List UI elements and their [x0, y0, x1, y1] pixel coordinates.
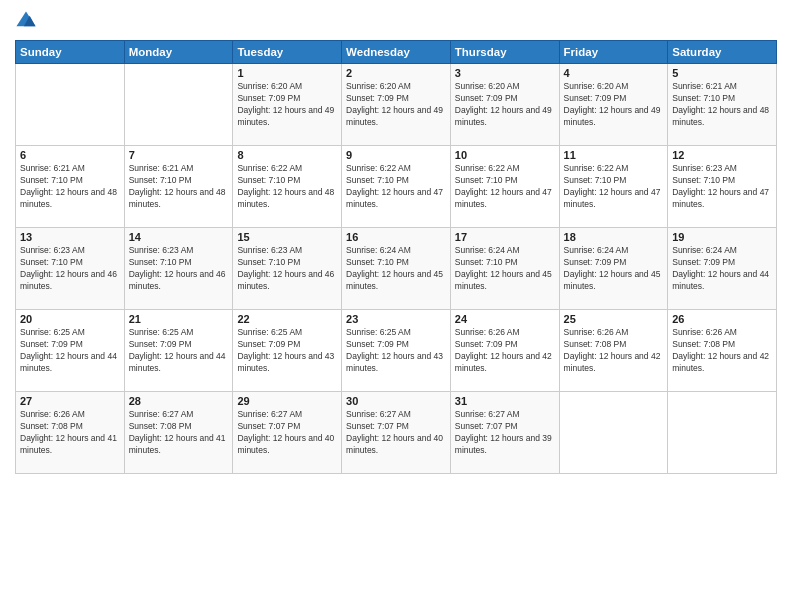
day-info: Sunrise: 6:22 AM Sunset: 7:10 PM Dayligh… [564, 163, 664, 211]
day-info: Sunrise: 6:21 AM Sunset: 7:10 PM Dayligh… [129, 163, 229, 211]
day-number: 26 [672, 313, 772, 325]
day-info: Sunrise: 6:23 AM Sunset: 7:10 PM Dayligh… [672, 163, 772, 211]
calendar-cell: 31Sunrise: 6:27 AM Sunset: 7:07 PM Dayli… [450, 392, 559, 474]
header [15, 10, 777, 32]
day-number: 10 [455, 149, 555, 161]
calendar-cell [668, 392, 777, 474]
day-info: Sunrise: 6:26 AM Sunset: 7:09 PM Dayligh… [455, 327, 555, 375]
calendar-table: Sunday Monday Tuesday Wednesday Thursday… [15, 40, 777, 474]
day-info: Sunrise: 6:21 AM Sunset: 7:10 PM Dayligh… [672, 81, 772, 129]
col-tuesday: Tuesday [233, 41, 342, 64]
day-info: Sunrise: 6:22 AM Sunset: 7:10 PM Dayligh… [455, 163, 555, 211]
day-number: 13 [20, 231, 120, 243]
calendar-cell: 3Sunrise: 6:20 AM Sunset: 7:09 PM Daylig… [450, 64, 559, 146]
week-row-5: 27Sunrise: 6:26 AM Sunset: 7:08 PM Dayli… [16, 392, 777, 474]
logo-icon [15, 10, 37, 32]
day-info: Sunrise: 6:25 AM Sunset: 7:09 PM Dayligh… [237, 327, 337, 375]
calendar-cell: 5Sunrise: 6:21 AM Sunset: 7:10 PM Daylig… [668, 64, 777, 146]
day-info: Sunrise: 6:23 AM Sunset: 7:10 PM Dayligh… [237, 245, 337, 293]
day-number: 8 [237, 149, 337, 161]
calendar-cell: 16Sunrise: 6:24 AM Sunset: 7:10 PM Dayli… [342, 228, 451, 310]
day-number: 20 [20, 313, 120, 325]
week-row-4: 20Sunrise: 6:25 AM Sunset: 7:09 PM Dayli… [16, 310, 777, 392]
calendar-cell: 30Sunrise: 6:27 AM Sunset: 7:07 PM Dayli… [342, 392, 451, 474]
calendar-cell: 8Sunrise: 6:22 AM Sunset: 7:10 PM Daylig… [233, 146, 342, 228]
day-number: 7 [129, 149, 229, 161]
calendar-cell: 26Sunrise: 6:26 AM Sunset: 7:08 PM Dayli… [668, 310, 777, 392]
day-info: Sunrise: 6:26 AM Sunset: 7:08 PM Dayligh… [672, 327, 772, 375]
day-number: 11 [564, 149, 664, 161]
col-friday: Friday [559, 41, 668, 64]
day-number: 21 [129, 313, 229, 325]
day-info: Sunrise: 6:27 AM Sunset: 7:07 PM Dayligh… [455, 409, 555, 457]
day-number: 14 [129, 231, 229, 243]
calendar-cell: 2Sunrise: 6:20 AM Sunset: 7:09 PM Daylig… [342, 64, 451, 146]
day-number: 22 [237, 313, 337, 325]
col-wednesday: Wednesday [342, 41, 451, 64]
day-info: Sunrise: 6:25 AM Sunset: 7:09 PM Dayligh… [346, 327, 446, 375]
day-info: Sunrise: 6:22 AM Sunset: 7:10 PM Dayligh… [346, 163, 446, 211]
calendar-cell: 22Sunrise: 6:25 AM Sunset: 7:09 PM Dayli… [233, 310, 342, 392]
calendar-cell: 21Sunrise: 6:25 AM Sunset: 7:09 PM Dayli… [124, 310, 233, 392]
calendar-cell: 6Sunrise: 6:21 AM Sunset: 7:10 PM Daylig… [16, 146, 125, 228]
week-row-1: 1Sunrise: 6:20 AM Sunset: 7:09 PM Daylig… [16, 64, 777, 146]
header-row: Sunday Monday Tuesday Wednesday Thursday… [16, 41, 777, 64]
col-monday: Monday [124, 41, 233, 64]
col-saturday: Saturday [668, 41, 777, 64]
day-info: Sunrise: 6:23 AM Sunset: 7:10 PM Dayligh… [129, 245, 229, 293]
day-number: 12 [672, 149, 772, 161]
day-number: 28 [129, 395, 229, 407]
day-number: 19 [672, 231, 772, 243]
day-number: 5 [672, 67, 772, 79]
calendar-cell: 29Sunrise: 6:27 AM Sunset: 7:07 PM Dayli… [233, 392, 342, 474]
day-info: Sunrise: 6:25 AM Sunset: 7:09 PM Dayligh… [129, 327, 229, 375]
col-thursday: Thursday [450, 41, 559, 64]
day-info: Sunrise: 6:27 AM Sunset: 7:07 PM Dayligh… [237, 409, 337, 457]
day-info: Sunrise: 6:26 AM Sunset: 7:08 PM Dayligh… [20, 409, 120, 457]
day-info: Sunrise: 6:27 AM Sunset: 7:08 PM Dayligh… [129, 409, 229, 457]
calendar-cell: 14Sunrise: 6:23 AM Sunset: 7:10 PM Dayli… [124, 228, 233, 310]
calendar-cell [124, 64, 233, 146]
calendar-header: Sunday Monday Tuesday Wednesday Thursday… [16, 41, 777, 64]
calendar-cell: 12Sunrise: 6:23 AM Sunset: 7:10 PM Dayli… [668, 146, 777, 228]
day-info: Sunrise: 6:24 AM Sunset: 7:09 PM Dayligh… [672, 245, 772, 293]
day-number: 6 [20, 149, 120, 161]
day-info: Sunrise: 6:20 AM Sunset: 7:09 PM Dayligh… [564, 81, 664, 129]
week-row-3: 13Sunrise: 6:23 AM Sunset: 7:10 PM Dayli… [16, 228, 777, 310]
day-info: Sunrise: 6:21 AM Sunset: 7:10 PM Dayligh… [20, 163, 120, 211]
day-number: 24 [455, 313, 555, 325]
day-number: 16 [346, 231, 446, 243]
calendar-cell: 23Sunrise: 6:25 AM Sunset: 7:09 PM Dayli… [342, 310, 451, 392]
calendar-cell: 1Sunrise: 6:20 AM Sunset: 7:09 PM Daylig… [233, 64, 342, 146]
day-number: 1 [237, 67, 337, 79]
calendar-cell [559, 392, 668, 474]
calendar-cell: 13Sunrise: 6:23 AM Sunset: 7:10 PM Dayli… [16, 228, 125, 310]
calendar-body: 1Sunrise: 6:20 AM Sunset: 7:09 PM Daylig… [16, 64, 777, 474]
day-number: 15 [237, 231, 337, 243]
day-info: Sunrise: 6:24 AM Sunset: 7:10 PM Dayligh… [346, 245, 446, 293]
calendar-cell: 25Sunrise: 6:26 AM Sunset: 7:08 PM Dayli… [559, 310, 668, 392]
calendar-cell: 20Sunrise: 6:25 AM Sunset: 7:09 PM Dayli… [16, 310, 125, 392]
day-number: 30 [346, 395, 446, 407]
calendar-cell: 15Sunrise: 6:23 AM Sunset: 7:10 PM Dayli… [233, 228, 342, 310]
day-number: 2 [346, 67, 446, 79]
calendar-cell: 27Sunrise: 6:26 AM Sunset: 7:08 PM Dayli… [16, 392, 125, 474]
day-info: Sunrise: 6:23 AM Sunset: 7:10 PM Dayligh… [20, 245, 120, 293]
calendar-cell: 28Sunrise: 6:27 AM Sunset: 7:08 PM Dayli… [124, 392, 233, 474]
day-info: Sunrise: 6:27 AM Sunset: 7:07 PM Dayligh… [346, 409, 446, 457]
col-sunday: Sunday [16, 41, 125, 64]
day-number: 23 [346, 313, 446, 325]
day-number: 3 [455, 67, 555, 79]
calendar-cell: 11Sunrise: 6:22 AM Sunset: 7:10 PM Dayli… [559, 146, 668, 228]
calendar-cell: 4Sunrise: 6:20 AM Sunset: 7:09 PM Daylig… [559, 64, 668, 146]
day-number: 27 [20, 395, 120, 407]
day-info: Sunrise: 6:20 AM Sunset: 7:09 PM Dayligh… [346, 81, 446, 129]
day-info: Sunrise: 6:26 AM Sunset: 7:08 PM Dayligh… [564, 327, 664, 375]
calendar-cell: 9Sunrise: 6:22 AM Sunset: 7:10 PM Daylig… [342, 146, 451, 228]
week-row-2: 6Sunrise: 6:21 AM Sunset: 7:10 PM Daylig… [16, 146, 777, 228]
day-number: 17 [455, 231, 555, 243]
calendar-cell: 19Sunrise: 6:24 AM Sunset: 7:09 PM Dayli… [668, 228, 777, 310]
day-info: Sunrise: 6:22 AM Sunset: 7:10 PM Dayligh… [237, 163, 337, 211]
day-info: Sunrise: 6:24 AM Sunset: 7:09 PM Dayligh… [564, 245, 664, 293]
calendar-cell [16, 64, 125, 146]
